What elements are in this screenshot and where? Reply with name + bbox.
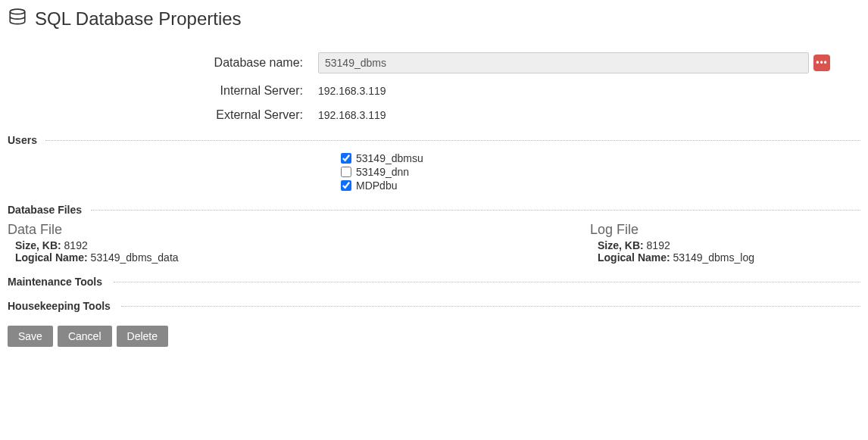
save-button[interactable]: Save xyxy=(8,326,53,347)
external-server-value: 192.168.3.119 xyxy=(318,109,386,121)
external-server-label: External Server: xyxy=(8,108,318,122)
user-item[interactable]: MDPdbu xyxy=(341,179,860,192)
section-dbfiles-header: Database Files xyxy=(8,204,860,216)
user-checkbox[interactable] xyxy=(341,167,351,177)
internal-server-value: 192.168.3.119 xyxy=(318,85,386,97)
user-label: 53149_dbmsu xyxy=(356,152,423,164)
internal-server-label: Internal Server: xyxy=(8,84,318,98)
dbname-more-button[interactable]: ••• xyxy=(813,55,830,71)
log-name-value: 53149_dbms_log xyxy=(673,251,754,264)
user-label: MDPdbu xyxy=(356,179,397,192)
data-size-label: Size, KB: xyxy=(15,239,61,251)
log-file-column: Log File Size, KB: 8192 Logical Name: 53… xyxy=(590,222,860,264)
page-title: SQL Database Properties xyxy=(35,8,242,30)
user-item[interactable]: 53149_dbmsu xyxy=(341,152,860,164)
database-icon xyxy=(8,8,27,30)
data-file-column: Data File Size, KB: 8192 Logical Name: 5… xyxy=(8,222,179,264)
delete-button[interactable]: Delete xyxy=(117,326,168,347)
section-house-header: Housekeeping Tools xyxy=(8,300,860,312)
log-file-title: Log File xyxy=(590,222,754,238)
dbname-label: Database name: xyxy=(8,56,318,70)
user-item[interactable]: 53149_dnn xyxy=(341,166,860,178)
user-label: 53149_dnn xyxy=(356,166,409,178)
section-users-header: Users xyxy=(8,134,860,146)
user-checkbox[interactable] xyxy=(341,153,351,164)
log-size-label: Size, KB: xyxy=(598,239,644,251)
user-checkbox[interactable] xyxy=(341,180,351,191)
users-list: 53149_dbmsu 53149_dnn MDPdbu xyxy=(341,152,860,192)
data-name-label: Logical Name: xyxy=(15,251,88,264)
svg-point-0 xyxy=(10,9,25,14)
data-size-value: 8192 xyxy=(64,239,88,251)
dbname-input[interactable] xyxy=(318,52,809,73)
section-maint-header: Maintenance Tools xyxy=(8,276,860,288)
cancel-button[interactable]: Cancel xyxy=(58,326,112,347)
data-name-value: 53149_dbms_data xyxy=(91,251,179,264)
page-header: SQL Database Properties xyxy=(8,8,860,30)
log-name-label: Logical Name: xyxy=(598,251,670,264)
log-size-value: 8192 xyxy=(647,239,670,251)
data-file-title: Data File xyxy=(8,222,179,238)
